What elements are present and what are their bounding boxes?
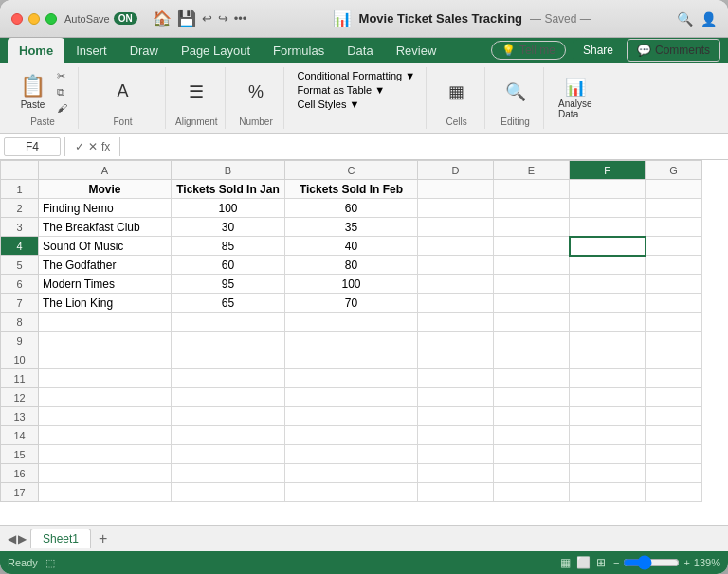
row-header-9[interactable]: 9 [1, 332, 39, 350]
row-header-1[interactable]: 1 [1, 180, 39, 199]
format-as-table-button[interactable]: Format as Table ▼ [294, 83, 388, 97]
alignment-button[interactable]: ☰ [179, 79, 213, 105]
cell-d12[interactable] [418, 388, 494, 407]
cell-a13[interactable] [39, 407, 172, 426]
cell-b6[interactable]: 95 [172, 275, 285, 294]
cell-f7[interactable] [570, 294, 646, 313]
cell-c3[interactable]: 35 [285, 218, 418, 237]
cell-e4[interactable] [494, 237, 570, 256]
cell-c6[interactable]: 100 [285, 275, 418, 294]
save-icon[interactable]: 💾 [177, 9, 196, 27]
cell-g12[interactable] [646, 388, 702, 407]
cell-g10[interactable] [646, 350, 702, 369]
cell-f8[interactable] [570, 313, 646, 332]
cell-g2[interactable] [646, 199, 702, 218]
cell-a15[interactable] [39, 445, 172, 464]
format-painter-button[interactable]: 🖌 [54, 101, 70, 115]
cell-g1[interactable] [646, 180, 702, 199]
cell-f17[interactable] [570, 483, 646, 502]
cell-g11[interactable] [646, 369, 702, 388]
account-icon[interactable]: 👤 [701, 11, 717, 27]
row-header-8[interactable]: 8 [1, 313, 39, 332]
cell-f3[interactable] [570, 218, 646, 237]
zoom-in-button[interactable]: + [683, 557, 689, 568]
cell-d13[interactable] [418, 407, 494, 426]
cell-g5[interactable] [646, 256, 702, 275]
cell-e14[interactable] [494, 426, 570, 445]
cell-c11[interactable] [285, 369, 418, 388]
col-header-c[interactable]: C [285, 161, 418, 180]
cell-d15[interactable] [418, 445, 494, 464]
cell-a16[interactable] [39, 464, 172, 483]
cell-b7[interactable]: 65 [172, 294, 285, 313]
row-header-6[interactable]: 6 [1, 275, 39, 294]
cell-b10[interactable] [172, 350, 285, 369]
page-break-view-button[interactable]: ⊞ [596, 556, 606, 569]
formula-input[interactable] [124, 140, 724, 153]
cell-d2[interactable] [418, 199, 494, 218]
cell-b12[interactable] [172, 388, 285, 407]
fx-icon[interactable]: fx [101, 140, 110, 153]
close-button[interactable] [11, 13, 23, 25]
cell-a11[interactable] [39, 369, 172, 388]
cell-e15[interactable] [494, 445, 570, 464]
cell-e9[interactable] [494, 332, 570, 350]
cell-a3[interactable]: The Breakfast Club [39, 218, 172, 237]
cell-g9[interactable] [646, 332, 702, 350]
cell-d17[interactable] [418, 483, 494, 502]
cell-c4[interactable]: 40 [285, 237, 418, 256]
cell-c16[interactable] [285, 464, 418, 483]
cell-b14[interactable] [172, 426, 285, 445]
col-header-g[interactable]: G [646, 161, 702, 180]
col-header-e[interactable]: E [494, 161, 570, 180]
cell-f10[interactable] [570, 350, 646, 369]
minimize-button[interactable] [28, 13, 40, 25]
font-button[interactable]: A [106, 79, 140, 105]
number-button[interactable]: % [239, 80, 273, 105]
cell-a14[interactable] [39, 426, 172, 445]
row-header-14[interactable]: 14 [1, 426, 39, 445]
row-header-13[interactable]: 13 [1, 407, 39, 426]
cell-a2[interactable]: Finding Nemo [39, 199, 172, 218]
cell-d14[interactable] [418, 426, 494, 445]
cell-g14[interactable] [646, 426, 702, 445]
cell-a6[interactable]: Modern Times [39, 275, 172, 294]
row-header-4[interactable]: 4 [1, 237, 39, 256]
cell-d3[interactable] [418, 218, 494, 237]
cell-b13[interactable] [172, 407, 285, 426]
zoom-out-button[interactable]: − [613, 557, 619, 568]
cell-b4[interactable]: 85 [172, 237, 285, 256]
cut-button[interactable]: ✂ [54, 69, 70, 83]
col-header-d[interactable]: D [418, 161, 494, 180]
comments-button[interactable]: 💬 Comments [627, 39, 720, 62]
cell-e2[interactable] [494, 199, 570, 218]
cell-a7[interactable]: The Lion King [39, 294, 172, 313]
cell-g6[interactable] [646, 275, 702, 294]
more-icon[interactable]: ••• [234, 11, 247, 26]
cell-d1[interactable] [418, 180, 494, 199]
col-header-a[interactable]: A [39, 161, 172, 180]
col-header-f[interactable]: F [570, 161, 646, 180]
cell-reference-input[interactable] [4, 137, 61, 156]
cell-g3[interactable] [646, 218, 702, 237]
cell-f9[interactable] [570, 332, 646, 350]
undo-icon[interactable]: ↩ [202, 11, 212, 26]
normal-view-button[interactable]: ▦ [560, 556, 571, 569]
search-icon[interactable]: 🔍 [677, 11, 693, 27]
row-header-5[interactable]: 5 [1, 256, 39, 275]
col-header-b[interactable]: B [172, 161, 285, 180]
cell-f5[interactable] [570, 256, 646, 275]
cell-f2[interactable] [570, 199, 646, 218]
cell-d8[interactable] [418, 313, 494, 332]
cell-a5[interactable]: The Godfather [39, 256, 172, 275]
zoom-slider[interactable] [623, 555, 680, 570]
cell-e3[interactable] [494, 218, 570, 237]
cell-e11[interactable] [494, 369, 570, 388]
cell-f15[interactable] [570, 445, 646, 464]
cell-d11[interactable] [418, 369, 494, 388]
cell-g4[interactable] [646, 237, 702, 256]
sheet1-tab[interactable]: Sheet1 [30, 529, 91, 548]
tab-review[interactable]: Review [385, 38, 448, 63]
cell-g16[interactable] [646, 464, 702, 483]
share-button[interactable]: Share [573, 40, 623, 61]
